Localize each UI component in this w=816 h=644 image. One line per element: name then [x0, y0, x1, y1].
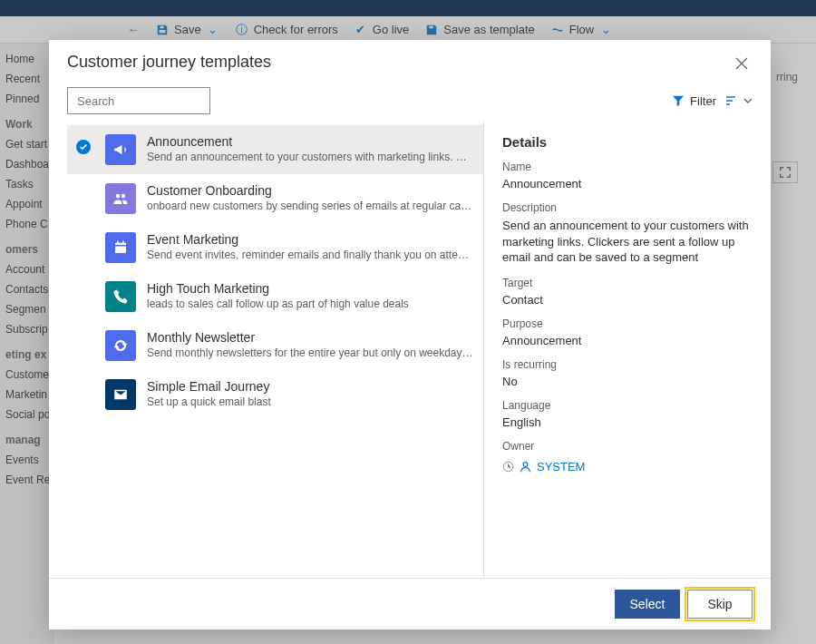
template-list: AnnouncementSend an announcement to your… [67, 122, 484, 578]
template-description: onboard new customers by sending series … [147, 200, 474, 212]
detail-label-owner: Owner [502, 440, 753, 453]
select-button[interactable]: Select [615, 590, 680, 619]
filter-label: Filter [690, 94, 716, 108]
search-input[interactable] [75, 93, 231, 109]
detail-label-recurring: Is recurring [502, 358, 753, 371]
phone-icon [105, 281, 136, 312]
checkmark-icon [76, 140, 91, 154]
template-row[interactable]: High Touch Marketingleads to sales call … [67, 272, 483, 321]
detail-value-recurring: No [502, 375, 753, 388]
svg-point-2 [523, 462, 528, 466]
template-row[interactable]: Event MarketingSend event invites, remin… [67, 223, 483, 272]
sort-icon [725, 94, 740, 107]
chevron-down-icon [743, 96, 753, 105]
search-box[interactable] [67, 87, 210, 114]
detail-value-language: English [502, 415, 753, 429]
detail-value-name: Announcement [502, 177, 753, 190]
owner-row[interactable]: SYSTEM [502, 460, 753, 473]
details-heading: Details [502, 134, 753, 150]
detail-label-language: Language [502, 399, 753, 412]
template-row[interactable]: Monthly NewsletterSend monthly newslette… [67, 321, 483, 370]
detail-label-name: Name [502, 161, 753, 173]
template-row[interactable]: AnnouncementSend an announcement to your… [67, 125, 483, 174]
template-row[interactable]: Simple Email JourneySet up a quick email… [67, 370, 483, 419]
close-button[interactable] [731, 53, 753, 74]
megaphone-icon [105, 134, 136, 165]
people-icon [105, 183, 136, 214]
template-description: Send event invites, reminder emails and … [147, 249, 474, 261]
detail-value-description: Send an announcement to your customers w… [502, 218, 753, 266]
detail-label-target: Target [502, 277, 753, 289]
row-check[interactable] [73, 183, 94, 189]
template-description: leads to sales call follow up as part of… [147, 298, 474, 310]
row-check[interactable] [73, 232, 94, 238]
row-check[interactable] [73, 330, 94, 336]
template-description: Send an announcement to your customers w… [147, 151, 474, 163]
template-title: Event Marketing [147, 232, 474, 247]
envelope-icon [105, 379, 136, 410]
owner-name: SYSTEM [537, 460, 585, 473]
clock-icon [502, 461, 514, 473]
template-title: Announcement [147, 134, 474, 149]
person-icon [520, 461, 531, 473]
template-title: Simple Email Journey [147, 379, 474, 394]
cycle-icon [105, 330, 136, 361]
skip-button[interactable]: Skip [687, 590, 753, 619]
row-check[interactable] [73, 281, 94, 287]
sort-button[interactable] [725, 94, 753, 107]
detail-value-purpose: Announcement [502, 334, 753, 347]
template-row[interactable]: Customer Onboardingonboard new customers… [67, 174, 483, 223]
filter-button[interactable]: Filter [672, 94, 716, 108]
detail-value-target: Contact [502, 293, 753, 307]
template-title: Monthly Newsletter [147, 330, 474, 345]
details-pane: Details Name Announcement Description Se… [484, 122, 771, 578]
calendar-icon [105, 232, 136, 263]
modal-footer: Select Skip [49, 578, 771, 629]
row-check[interactable] [73, 379, 94, 385]
close-icon [735, 57, 748, 70]
template-title: Customer Onboarding [147, 183, 474, 198]
template-modal: Customer journey templates Filter Announ… [49, 40, 771, 629]
detail-label-description: Description [502, 201, 753, 214]
row-check[interactable] [73, 134, 94, 154]
modal-title: Customer journey templates [67, 53, 271, 72]
template-title: High Touch Marketing [147, 281, 474, 296]
template-description: Set up a quick email blast [147, 395, 474, 408]
detail-label-purpose: Purpose [502, 317, 753, 330]
filter-icon [672, 94, 685, 107]
template-description: Send monthly newsletters for the entire … [147, 346, 474, 359]
